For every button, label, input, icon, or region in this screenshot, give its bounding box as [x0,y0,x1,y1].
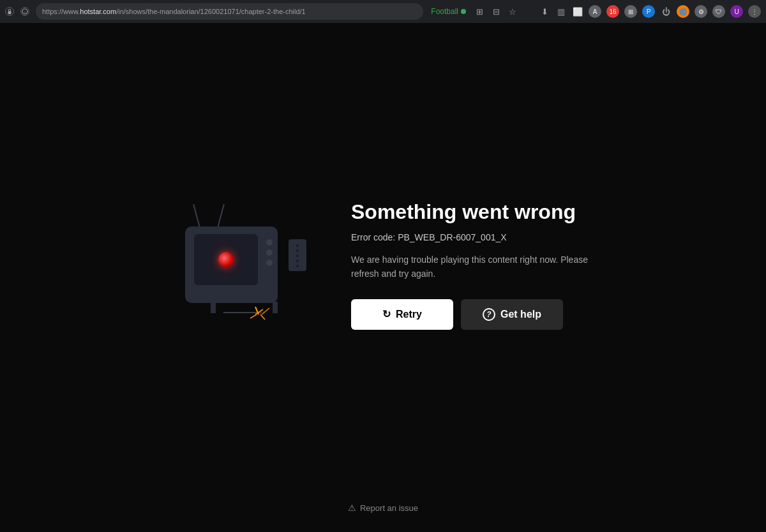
svg-line-7 [250,314,257,318]
history-icon[interactable]: ▥ [555,6,567,17]
extension2-icon[interactable]: ⚙ [695,5,707,18]
browser-right-icons: ⊞ ⊟ ☆ ⬇ ▥ ⬜ A 16 ⊞ P ⏻ 🌀 ⚙ 🛡 U ⋮ [474,5,761,18]
tv-leg-left [211,302,216,313]
user-avatar-icon[interactable]: U [730,5,743,18]
error-container: Something went wrong Error code: PB_WEB_… [172,200,594,329]
tv-button-3 [266,260,273,266]
profile-icon[interactable]: P [642,5,655,18]
speaker-dot-2 [296,249,299,252]
sparks-svg [243,303,274,322]
football-text: Football [431,7,458,16]
tv-body [185,226,278,303]
speaker-dot-4 [296,260,299,262]
grid2-icon[interactable]: ⊟ [490,6,502,17]
tv-screen [194,234,258,285]
tv-antenna-right [217,204,225,228]
report-icon: ⚠ [348,503,356,513]
svg-rect-0 [8,11,11,14]
speaker-dot-1 [296,244,299,247]
get-help-button[interactable]: ? Get help [461,299,563,330]
star-icon[interactable]: ☆ [507,6,518,17]
svg-line-6 [260,314,265,320]
lock-icon [5,7,14,16]
tv-error-dot [218,252,234,267]
tv-illustration [172,201,313,329]
football-tab-label[interactable]: Football [431,7,466,16]
badge-count [614,5,619,10]
svg-text:i: i [24,10,25,14]
error-title: Something went wrong [351,200,594,224]
tv-controls [266,239,273,266]
report-issue[interactable]: ⚠ Report an issue [348,503,418,513]
extension-badge-icon[interactable]: 16 [606,5,619,18]
url-display: https://www.hotstar.com/in/shows/the-man… [42,8,306,15]
tv-button-2 [266,249,273,256]
power-cord-area [223,303,274,322]
football-dot [461,9,466,14]
tv-antenna-left [193,204,200,228]
browser-chrome: i https://www.hotstar.com/in/shows/the-m… [0,0,766,23]
error-buttons: ↻ Retry ? Get help [351,299,594,330]
retry-icon: ↻ [382,308,391,320]
speaker-dot-5 [296,265,299,267]
extension3-icon[interactable]: 🛡 [712,5,725,18]
retry-button[interactable]: ↻ Retry [351,299,453,330]
address-bar[interactable]: https://www.hotstar.com/in/shows/the-man… [36,3,423,20]
info-icon: i [20,7,29,16]
error-description: We are having trouble playing this conte… [351,253,594,281]
speaker-dot-3 [296,255,299,257]
main-content: Something went wrong Error code: PB_WEB_… [0,23,766,532]
account-icon[interactable]: A [589,5,601,18]
help-circle-icon: ? [483,308,495,321]
tv-speaker [289,239,306,271]
browser-nav-icons: i [5,7,29,16]
help-label: Get help [500,309,541,320]
power-icon[interactable]: ⏻ [660,6,672,17]
retry-label: Retry [396,309,422,320]
extension1-icon[interactable]: 🌀 [677,5,689,18]
download-icon[interactable]: ⬇ [539,6,550,17]
grid-icon[interactable]: ⊞ [474,6,485,17]
report-label: Report an issue [360,503,418,513]
error-info: Something went wrong Error code: PB_WEB_… [351,200,594,329]
speaker-dots [289,239,306,267]
menu-icon[interactable]: ⋮ [748,5,761,18]
tab-icon[interactable]: ⬜ [572,6,583,17]
tv-button-1 [266,239,273,246]
svg-line-5 [262,308,269,314]
extension-grid-icon[interactable]: ⊞ [624,5,637,18]
error-code: Error code: PB_WEB_DR-6007_001_X [351,232,594,242]
